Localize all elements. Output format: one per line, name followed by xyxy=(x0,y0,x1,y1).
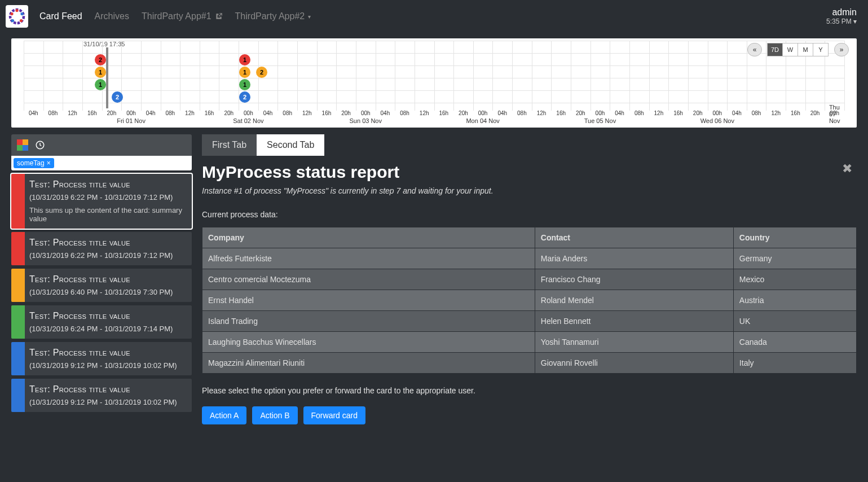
timeline-hour-tick: 00h xyxy=(126,110,136,116)
card-title: Test: Process title value xyxy=(29,274,186,284)
table-row: Alfreds FutterkisteMaria AndersGermany xyxy=(202,248,857,269)
card-item[interactable]: Test: Process title value(10/31/2019 6:2… xyxy=(11,305,192,339)
timeline-dot-red[interactable]: 1 xyxy=(239,54,250,65)
timeline-hour-tick: 08h xyxy=(400,110,409,116)
forward-card-button[interactable]: Forward card xyxy=(303,406,365,424)
action-b-button[interactable]: Action B xyxy=(252,406,297,424)
nav-link-thirdparty-app-1[interactable]: ThirdParty App#1 xyxy=(142,11,223,21)
timeline-dot-green[interactable]: 1 xyxy=(239,79,250,90)
timeline-dot-orange[interactable]: 1 xyxy=(239,67,250,78)
card-title: Test: Process title value xyxy=(29,348,186,358)
timeline-hour-tick: 12h xyxy=(420,110,429,116)
tag-chip-label: someTag xyxy=(17,159,45,167)
nav-link-label: ThirdParty App#1 xyxy=(142,11,212,21)
timeline-prev-button[interactable]: « xyxy=(747,43,762,56)
card-title: Test: Process title value xyxy=(29,238,186,248)
table-cell: Maria Anders xyxy=(535,248,733,269)
table-row: Magazzini Alimentari RiunitiGiovanni Rov… xyxy=(202,353,857,374)
timeline-dot-orange[interactable]: 2 xyxy=(256,67,267,78)
chevron-down-icon: ▾ xyxy=(308,14,311,20)
nav-link-card-feed[interactable]: Card Feed xyxy=(39,11,82,21)
timeline-day-label: Fri 01 Nov xyxy=(117,117,146,124)
table-cell: UK xyxy=(733,311,856,332)
timeline-day-label: Sat 02 Nov xyxy=(233,117,263,124)
timeline-dot-orange[interactable]: 1 xyxy=(95,67,106,78)
timeline-day-label: Mon 04 Nov xyxy=(466,117,499,124)
timeline-range-7d[interactable]: 7D xyxy=(767,43,783,56)
timeline-hour-tick: 16h xyxy=(322,110,332,116)
severity-filter-icon[interactable] xyxy=(17,139,28,151)
severity-stripe-red xyxy=(11,174,25,229)
app-logo xyxy=(6,5,28,28)
timeline-hour-tick: 08h xyxy=(517,110,527,116)
timeline-range-w[interactable]: W xyxy=(782,43,798,56)
nav-link-thirdparty-app-2[interactable]: ThirdParty App#2▾ xyxy=(235,11,311,21)
table-cell: Island Trading xyxy=(202,311,535,332)
severity-stripe-blue xyxy=(11,379,25,412)
timeline-hour-tick: 00h xyxy=(478,110,488,116)
table-cell: Canada xyxy=(733,332,856,353)
timeline-hour-tick: 16h xyxy=(87,110,97,116)
timeline-dot-green[interactable]: 1 xyxy=(95,79,106,90)
clock-icon[interactable] xyxy=(35,140,45,150)
timeline-dot-blue[interactable]: 2 xyxy=(239,91,250,103)
timeline-hour-tick: 08h xyxy=(752,110,761,116)
tag-chip[interactable]: someTag × xyxy=(14,158,54,168)
detail-panel: First TabSecond Tab ✖ MyProcess status r… xyxy=(202,134,857,424)
svg-point-4 xyxy=(11,19,14,22)
card-item[interactable]: Test: Process title value(10/31/2019 6:2… xyxy=(11,174,192,229)
tag-filter-input[interactable]: someTag × xyxy=(11,156,192,170)
timeline-dot-red[interactable]: 2 xyxy=(95,54,106,65)
timeline-hour-tick: 16h xyxy=(439,110,448,116)
timeline-hour-tick: 12h xyxy=(302,110,312,116)
clock[interactable]: 5:35 PM ▾ xyxy=(826,17,857,25)
timeline-dot-blue[interactable]: 2 xyxy=(112,91,123,103)
severity-stripe-green xyxy=(11,305,25,339)
timeline-hour-tick: 04h xyxy=(381,110,390,116)
action-a-button[interactable]: Action A xyxy=(202,406,246,424)
table-row: Island TradingHelen BennettUK xyxy=(202,311,857,332)
table-row: Ernst HandelRoland MendelAustria xyxy=(202,290,857,311)
card-title: Test: Process title value xyxy=(29,311,186,321)
caret-down-icon: ▾ xyxy=(853,17,857,25)
table-cell: Giovanni Rovelli xyxy=(535,353,733,374)
timeline-hour-tick: 04h xyxy=(29,110,38,116)
close-icon[interactable]: ✖ xyxy=(842,161,852,176)
timeline-hour-tick: 12h xyxy=(68,110,77,116)
card-item[interactable]: Test: Process title value(10/31/2019 9:1… xyxy=(11,379,192,412)
nav-link-label: ThirdParty App#2 xyxy=(235,11,305,21)
tab-first-tab[interactable]: First Tab xyxy=(202,134,257,156)
timeline-next-button[interactable]: » xyxy=(834,43,849,56)
table-header: Company xyxy=(202,227,535,248)
card-item[interactable]: Test: Process title value(10/31/2019 6:4… xyxy=(11,269,192,302)
timeline-hour-tick: 08h xyxy=(49,110,58,116)
timeline-day-label: Sun 03 Nov xyxy=(350,117,382,124)
timeline-hour-tick: 20h xyxy=(341,110,351,116)
timeline-range-y[interactable]: Y xyxy=(813,43,829,56)
table-header: Contact xyxy=(535,227,733,248)
tab-second-tab[interactable]: Second Tab xyxy=(257,134,324,156)
detail-title: MyProcess status report xyxy=(202,163,857,182)
nav-link-label: Archives xyxy=(95,11,129,21)
detail-prompt: Please select the option you prefer or f… xyxy=(202,386,857,395)
card-item[interactable]: Test: Process title value(10/31/2019 6:2… xyxy=(11,232,192,265)
logo-icon xyxy=(8,8,25,25)
current-user[interactable]: admin xyxy=(826,7,857,17)
timeline-range-m[interactable]: M xyxy=(797,43,813,56)
card-dates: (10/31/2019 9:12 PM - 10/31/2019 10:02 P… xyxy=(29,398,186,406)
severity-stripe-orange xyxy=(11,269,25,302)
timeline-grid xyxy=(24,41,844,111)
table-cell: Italy xyxy=(733,353,856,374)
card-dates: (10/31/2019 6:40 PM - 10/31/2019 7:30 PM… xyxy=(29,288,186,296)
close-icon[interactable]: × xyxy=(47,159,51,167)
svg-point-2 xyxy=(20,12,23,15)
table-row: Centro comercial MoctezumaFrancisco Chan… xyxy=(202,269,857,290)
timeline-hour-tick: 16h xyxy=(205,110,214,116)
table-cell: Laughing Bacchus Winecellars xyxy=(202,332,535,353)
timeline-hour-tick: 00h xyxy=(712,110,722,116)
timeline-hour-tick: 04h xyxy=(615,110,624,116)
nav-link-archives[interactable]: Archives xyxy=(95,11,129,21)
clock-label: 5:35 PM xyxy=(826,17,852,25)
card-item[interactable]: Test: Process title value(10/31/2019 9:1… xyxy=(11,342,192,375)
timeline-hour-tick: 12h xyxy=(654,110,664,116)
